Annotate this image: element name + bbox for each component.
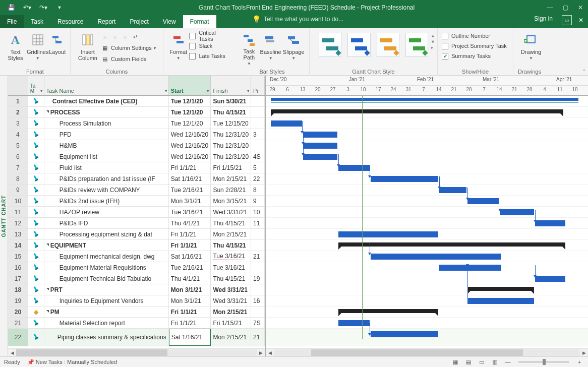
gantt-bar[interactable] bbox=[338, 231, 438, 237]
format-button[interactable]: Format ▼ bbox=[167, 30, 189, 66]
tab-project[interactable]: Project bbox=[123, 15, 155, 28]
qat-customize-icon[interactable]: ▼ bbox=[52, 2, 67, 13]
table-row[interactable]: 10 P&IDs 2nd issue (IFH) Mon 3/1/21 Mon … bbox=[8, 196, 265, 207]
task-name-cell[interactable]: Equipment mechanical design, dwg bbox=[44, 251, 169, 262]
view-shortcut-icon[interactable]: ▭ bbox=[476, 358, 487, 366]
finish-cell[interactable]: Thu 4/15/21 bbox=[211, 218, 251, 228]
table-row[interactable]: 1 Contract Effective Date (CED) Tue 12/1… bbox=[8, 96, 265, 107]
task-mode-icon[interactable] bbox=[28, 118, 44, 129]
pred-cell[interactable]: 8 bbox=[251, 185, 265, 195]
finish-cell[interactable]: Wed 3/31/21 bbox=[211, 284, 251, 295]
table-row[interactable]: 11 HAZOP review Tue 3/16/21 Wed 3/31/21 … bbox=[8, 207, 265, 218]
table-row[interactable]: 3 Process Simulation Tue 12/1/20 Tue 12/… bbox=[8, 118, 265, 129]
task-name-cell[interactable]: Fluid list bbox=[44, 162, 169, 173]
table-row[interactable]: 13 Processing equipment sizing & dat Fri… bbox=[8, 229, 265, 240]
gantt-bar[interactable] bbox=[371, 176, 438, 182]
task-name-cell[interactable]: EQUIPMENT bbox=[44, 240, 169, 251]
tab-report[interactable]: Report bbox=[90, 15, 123, 28]
insert-column-button[interactable]: Insert Column bbox=[75, 30, 101, 66]
row-number[interactable]: 22 bbox=[8, 329, 28, 346]
table-row[interactable]: 6 Equipment list Wed 12/16/20 Thu 12/31/… bbox=[8, 151, 265, 162]
task-name-cell[interactable]: PROCESS bbox=[44, 107, 169, 117]
finish-cell[interactable]: Mon 2/15/21 bbox=[211, 329, 251, 346]
row-number[interactable]: 4 bbox=[8, 129, 28, 140]
table-row[interactable]: 5 H&MB Wed 12/16/20 Thu 12/31/20 bbox=[8, 140, 265, 151]
project-summary-check[interactable]: Project Summary Task bbox=[442, 41, 509, 51]
pred-cell[interactable] bbox=[251, 262, 265, 273]
tab-resource[interactable]: Resource bbox=[50, 15, 90, 28]
pred-cell[interactable] bbox=[251, 96, 265, 106]
view-shortcut-icon[interactable]: ▤ bbox=[463, 358, 474, 366]
finish-cell[interactable]: Tue 12/15/20 bbox=[211, 118, 251, 129]
gantt-bar[interactable] bbox=[338, 320, 370, 326]
gantt-hscroll[interactable]: ◀ ▶ bbox=[266, 348, 588, 356]
redo-icon[interactable]: ↷▾ bbox=[36, 2, 50, 13]
finish-cell[interactable]: Mon 2/15/21 bbox=[211, 229, 251, 239]
style-up-icon[interactable]: ▲ bbox=[431, 33, 435, 38]
gantt-bar[interactable] bbox=[338, 242, 565, 247]
pred-cell[interactable]: 21 bbox=[251, 329, 265, 346]
pred-cell[interactable]: 19 bbox=[251, 273, 265, 284]
task-name-cell[interactable]: Material Selection report bbox=[44, 318, 169, 328]
row-number[interactable]: 11 bbox=[8, 207, 28, 217]
zoom-slider[interactable] bbox=[518, 361, 569, 363]
task-name-cell[interactable]: P&IDs IFD bbox=[44, 218, 169, 228]
pred-cell[interactable] bbox=[251, 107, 265, 117]
row-number[interactable]: 20 bbox=[8, 307, 28, 317]
finish-cell[interactable]: Fri 1/15/21 bbox=[211, 162, 251, 173]
table-row[interactable]: 21 Material Selection report Fri 1/1/21 … bbox=[8, 318, 265, 329]
pred-cell[interactable]: 7S bbox=[251, 318, 265, 328]
pred-cell[interactable] bbox=[251, 118, 265, 129]
text-styles-button[interactable]: A Text Styles bbox=[4, 30, 27, 66]
task-mode-icon[interactable] bbox=[28, 329, 44, 346]
task-mode-icon[interactable]: ◆ bbox=[28, 307, 44, 317]
finish-cell[interactable]: Wed 3/31/21 bbox=[211, 207, 251, 217]
table-row[interactable]: 9 P&IDs review with COMPANY Tue 2/16/21 … bbox=[8, 185, 265, 196]
layout-button[interactable]: Layout bbox=[48, 30, 66, 66]
gantt-bar[interactable] bbox=[535, 220, 565, 226]
table-row[interactable]: 20 ◆ PM Fri 1/1/21 Mon 2/15/21 bbox=[8, 307, 265, 318]
close-icon[interactable]: ✕ bbox=[573, 0, 588, 15]
task-mode-icon[interactable] bbox=[28, 273, 44, 284]
scroll-left-icon[interactable]: ◀ bbox=[266, 348, 274, 357]
row-number[interactable]: 7 bbox=[8, 162, 28, 173]
task-mode-icon[interactable] bbox=[28, 140, 44, 151]
table-row[interactable]: 14 EQUIPMENT Fri 1/1/21 Thu 4/15/21 bbox=[8, 240, 265, 251]
style-swatch[interactable] bbox=[319, 33, 341, 57]
outline-number-check[interactable]: Outline Number bbox=[442, 31, 509, 41]
task-mode-icon[interactable] bbox=[28, 240, 44, 251]
pred-cell[interactable]: 5 bbox=[251, 162, 265, 173]
scroll-left-icon[interactable]: ◀ bbox=[8, 348, 16, 357]
style-swatch[interactable] bbox=[377, 33, 399, 57]
custom-fields-button[interactable]: ▤ Custom Fields bbox=[101, 54, 156, 64]
task-mode-icon[interactable] bbox=[28, 162, 44, 173]
row-number[interactable]: 8 bbox=[8, 173, 28, 184]
header-start[interactable]: Start▾ bbox=[169, 76, 211, 95]
finish-cell[interactable]: Mon 2/15/21 bbox=[211, 307, 251, 317]
save-icon[interactable]: 💾 bbox=[4, 2, 18, 13]
style-more-icon[interactable]: ▾ bbox=[431, 45, 435, 50]
slack-check[interactable]: Slack bbox=[189, 41, 231, 51]
align-buttons[interactable]: ≡ ≡ ≡ ↵ bbox=[101, 32, 156, 42]
task-name-cell[interactable]: Processing equipment sizing & dat bbox=[44, 229, 169, 239]
pred-cell[interactable] bbox=[251, 240, 265, 251]
pred-cell[interactable]: 3 bbox=[251, 129, 265, 140]
row-number[interactable]: 18 bbox=[8, 284, 28, 295]
task-name-cell[interactable]: HAZOP review bbox=[44, 207, 169, 217]
table-row[interactable]: 4 PFD Wed 12/16/20 Thu 12/31/20 3 bbox=[8, 129, 265, 140]
tab-task[interactable]: Task bbox=[24, 15, 50, 28]
gantt-bar[interactable] bbox=[303, 132, 337, 138]
finish-cell[interactable]: Sun 2/28/21 bbox=[211, 185, 251, 195]
pred-cell[interactable]: 16 bbox=[251, 295, 265, 306]
row-number[interactable]: 12 bbox=[8, 218, 28, 228]
row-number[interactable]: 9 bbox=[8, 185, 28, 195]
tell-me-search[interactable]: 💡 Tell me what you want to do... bbox=[252, 15, 343, 23]
task-mode-icon[interactable] bbox=[28, 284, 44, 295]
gantt-bar[interactable] bbox=[338, 309, 438, 313]
task-mode-icon[interactable] bbox=[28, 251, 44, 262]
table-row[interactable]: 2 PROCESS Tue 12/1/20 Thu 4/15/21 bbox=[8, 107, 265, 118]
tab-format[interactable]: Format bbox=[183, 15, 216, 28]
table-row[interactable]: 19 Inquiries to Equipment Vendors Mon 3/… bbox=[8, 295, 265, 307]
view-shortcut-icon[interactable]: ▦ bbox=[450, 358, 461, 366]
gantt-bar[interactable] bbox=[467, 198, 499, 204]
